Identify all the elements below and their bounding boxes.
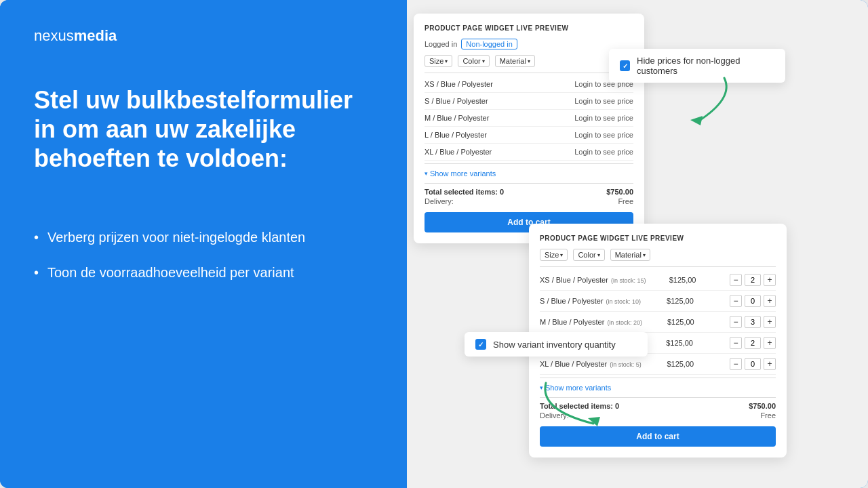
qty-plus-b4[interactable]: +: [764, 337, 776, 349]
variant-price-3: Login to see price: [574, 114, 633, 122]
variant-name-b2: S / Blue / Polyester (in stock: 10): [540, 297, 641, 305]
widget-top-card: PRODUCT PAGE WIDGET LIVE PREVIEW Logged …: [414, 14, 644, 243]
qty-plus-b2[interactable]: +: [764, 295, 776, 307]
vprice-b4: $125,00: [666, 339, 703, 347]
svg-marker-1: [588, 417, 600, 426]
variant-name-4: L / Blue / Polyester: [425, 131, 487, 139]
total-value-top: $750.00: [606, 188, 633, 196]
svg-marker-0: [690, 116, 703, 125]
logo-suffix: media: [74, 27, 117, 44]
qty-input-b5[interactable]: [745, 358, 761, 370]
login-value[interactable]: Non-logged in: [461, 39, 517, 49]
variant-price-2: Login to see price: [574, 97, 633, 105]
checkbox-bottom[interactable]: [475, 339, 486, 350]
filter-row-bottom: Size Color Material: [540, 249, 776, 261]
vprice-b1: $125,00: [669, 276, 707, 284]
checkbox-top[interactable]: [620, 60, 630, 71]
qty-plus-b5[interactable]: +: [764, 358, 776, 370]
variant-name-b5: XL / Blue / Polyester (in stock: 5): [540, 360, 642, 368]
bullet-list: Verberg prijzen voor niet-ingelogde klan…: [34, 228, 373, 298]
vprice-b3: $125,00: [667, 318, 705, 326]
qty-controls-b1: − +: [730, 274, 776, 286]
stock-b2: (in stock: 10): [606, 298, 642, 305]
variant-name-b3: M / Blue / Polyester (in stock: 20): [540, 318, 642, 326]
pill-bottom[interactable]: Show variant inventory quantity: [465, 332, 648, 357]
filter-color[interactable]: Color: [458, 55, 489, 67]
filter-size-b[interactable]: Size: [540, 249, 568, 261]
variant-row-b2: S / Blue / Polyester (in stock: 10) $125…: [540, 291, 776, 312]
total-value-bottom: $750.00: [749, 402, 776, 410]
main-container: nexusmedia Stel uw bulkbestelformulier i…: [0, 0, 868, 488]
login-row: Logged in Non-logged in: [425, 39, 633, 49]
variant-name-3: M / Blue / Polyester: [425, 114, 489, 122]
qty-input-b4[interactable]: [745, 337, 761, 349]
widget-top-title: PRODUCT PAGE WIDGET LIVE PREVIEW: [425, 24, 633, 32]
left-panel: nexusmedia Stel uw bulkbestelformulier i…: [0, 0, 407, 488]
stock-b1: (in stock: 15): [611, 277, 646, 284]
vprice-b5: $125,00: [667, 360, 704, 368]
delivery-label-top: Delivery:: [425, 197, 454, 205]
qty-minus-b2[interactable]: −: [730, 295, 742, 307]
total-label-top: Total selected items: 0: [425, 188, 504, 196]
qty-plus-b3[interactable]: +: [764, 316, 776, 328]
arrow-top-icon: [670, 71, 738, 125]
filter-material-b[interactable]: Material: [610, 249, 650, 261]
variant-name-2: S / Blue / Polyester: [425, 97, 488, 105]
stock-b3: (in stock: 20): [607, 319, 642, 326]
widget-bottom-title: PRODUCT PAGE WIDGET LIVE PREVIEW: [540, 235, 776, 242]
qty-input-b1[interactable]: [745, 274, 761, 286]
filter-size[interactable]: Size: [425, 55, 452, 67]
qty-plus-b1[interactable]: +: [764, 274, 776, 286]
bullet-item-1: Verberg prijzen voor niet-ingelogde klan…: [34, 228, 373, 247]
variant-price-4: Login to see price: [574, 131, 633, 139]
qty-controls-b2: − +: [730, 295, 776, 307]
filter-row: Size Color Material: [425, 55, 633, 67]
qty-input-b2[interactable]: [745, 295, 761, 307]
delivery-value-bottom: Free: [760, 411, 776, 420]
delivery-row-top: Delivery: Free: [425, 197, 633, 205]
qty-minus-b1[interactable]: −: [730, 274, 742, 286]
variant-row-b1: XS / Blue / Polyester (in stock: 15) $12…: [540, 270, 776, 291]
filter-material[interactable]: Material: [495, 55, 535, 67]
qty-controls-b4: − +: [730, 337, 776, 349]
qty-minus-b5[interactable]: −: [730, 358, 742, 370]
qty-controls-b5: − +: [730, 358, 776, 370]
vname-b5: XL / Blue / Polyester: [540, 360, 607, 368]
vname-b3: M / Blue / Polyester: [540, 318, 604, 326]
variant-row-1: XS / Blue / Polyester Login to see price: [425, 76, 633, 93]
delivery-value-top: Free: [618, 197, 633, 205]
variant-price-5: Login to see price: [574, 148, 633, 156]
arrow-bottom-icon: [532, 376, 614, 430]
bullet-item-2: Toon de voorraadhoeveelheid per variant: [34, 263, 373, 282]
vname-b2: S / Blue / Polyester: [540, 297, 604, 305]
vprice-b2: $125,00: [667, 297, 704, 305]
variant-row-b3: M / Blue / Polyester (in stock: 20) $125…: [540, 312, 776, 333]
variant-row-3: M / Blue / Polyester Login to see price: [425, 110, 633, 127]
total-row-top: Total selected items: 0 $750.00: [425, 188, 633, 196]
headline: Stel uw bulkbestelformulier in om aan uw…: [34, 85, 373, 174]
logo: nexusmedia: [34, 27, 373, 45]
login-label: Logged in: [425, 40, 457, 48]
qty-controls-b3: − +: [730, 316, 776, 328]
show-more-top[interactable]: Show more variants: [425, 169, 633, 178]
variant-row-2: S / Blue / Polyester Login to see price: [425, 93, 633, 110]
variant-name-5: XL / Blue / Polyester: [425, 148, 492, 156]
variant-row-b5: XL / Blue / Polyester (in stock: 5) $125…: [540, 354, 776, 375]
stock-b5: (in stock: 5): [610, 361, 642, 368]
variant-name-1: XS / Blue / Polyester: [425, 80, 493, 88]
variant-row-4: L / Blue / Polyester Login to see price: [425, 127, 633, 144]
vname-b1: XS / Blue / Polyester: [540, 276, 608, 284]
variant-name-b1: XS / Blue / Polyester (in stock: 15): [540, 276, 646, 284]
qty-minus-b3[interactable]: −: [730, 316, 742, 328]
pill-bottom-label: Show variant inventory quantity: [493, 340, 616, 350]
show-more-top-label: Show more variants: [430, 169, 496, 178]
right-panel: PRODUCT PAGE WIDGET LIVE PREVIEW Logged …: [407, 0, 868, 488]
qty-minus-b4[interactable]: −: [730, 337, 742, 349]
qty-input-b3[interactable]: [745, 316, 761, 328]
filter-color-b[interactable]: Color: [573, 249, 604, 261]
variant-row-5: XL / Blue / Polyester Login to see price: [425, 144, 633, 161]
